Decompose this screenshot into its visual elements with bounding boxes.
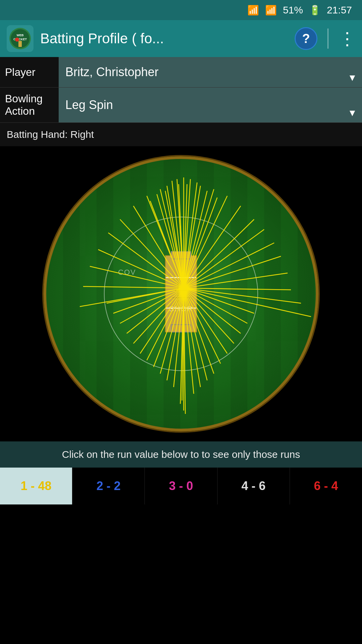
batting-hand-text: Batting Hand: Right [7,129,94,140]
form-area: Player Britz, Christopher ▼ Bowling Acti… [0,57,362,123]
header-divider [327,29,328,49]
instruction-bar: Click on the run value below to to see o… [0,441,362,468]
wifi-icon: 📶 [247,5,259,16]
player-row: Player Britz, Christopher ▼ [0,57,362,88]
bowling-label: Bowling Action [0,88,59,122]
signal-icon: 📶 [265,5,277,16]
app-header: WEB CRICKET Batting Profile ( fo... ? ⋮ [0,20,362,57]
pitch [165,255,197,332]
app-logo: WEB CRICKET [7,25,34,52]
svg-text:WEB: WEB [17,34,24,37]
player-dropdown-arrow: ▼ [348,72,357,83]
battery-text: 51% [283,4,303,16]
svg-point-5 [15,38,19,42]
player-value: Britz, Christopher [65,65,355,79]
help-icon: ? [302,32,310,46]
field-label-short: SHOR [169,305,193,313]
bowling-row: Bowling Action Leg Spin ▼ [0,88,362,123]
field-label-cover: COV [118,268,136,277]
battery-icon: 🔋 [309,5,321,16]
batting-hand-info: Batting Hand: Right [0,123,362,146]
score-filter-4[interactable]: 6 - 4 [290,468,362,504]
score-filter-3[interactable]: 4 - 6 [218,468,290,504]
instruction-text: Click on the run value below to to see o… [62,449,300,460]
player-label: Player [0,57,59,87]
bowling-dropdown[interactable]: Leg Spin ▼ [59,88,362,122]
score-filter-2[interactable]: 3 - 0 [145,468,217,504]
player-dropdown[interactable]: Britz, Christopher ▼ [59,57,362,87]
status-bar: 📶 📶 51% 🔋 21:57 [0,0,362,20]
bowling-value: Leg Spin [65,98,355,112]
stumps-top [171,251,191,259]
svg-rect-4 [18,41,22,47]
score-bar: 1 - 482 - 23 - 04 - 66 - 4 [0,468,362,504]
app-title: Batting Profile ( fo... [40,31,288,47]
score-filter-1[interactable]: 2 - 2 [72,468,145,504]
stumps-bottom [171,324,191,332]
help-button[interactable]: ? [295,27,317,50]
bowling-dropdown-arrow: ▼ [348,108,357,118]
field-container: COV SHOR [0,146,362,441]
time-display: 21:57 [327,4,352,16]
score-filter-0[interactable]: 1 - 48 [0,468,72,504]
cricket-field: COV SHOR [44,156,318,431]
